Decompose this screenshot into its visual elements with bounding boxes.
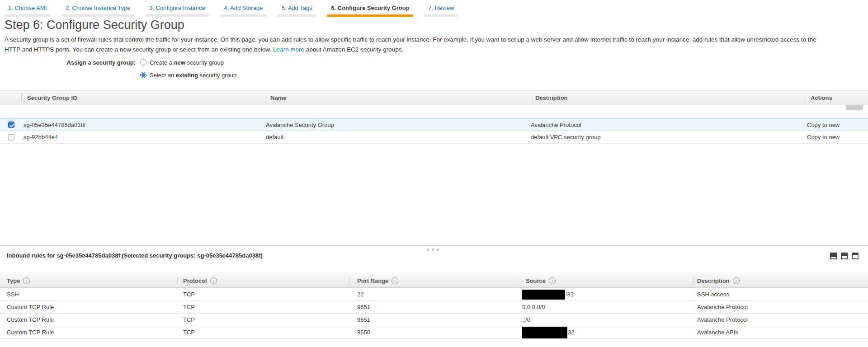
assign-row-select-existing: Select an existing security group [136, 70, 236, 80]
rule-protocol-cell: TCP [183, 314, 195, 326]
tab-add-tags[interactable]: 5. Add Tags [278, 0, 316, 17]
security-group-table-header: Security Group ID Name Description Actio… [0, 90, 868, 105]
info-icon[interactable]: i [733, 277, 740, 284]
inbound-rule-row: Custom TCP Rule TCP 9651 0.0.0.0/0 Avala… [0, 301, 868, 314]
rule-source-cell: /32 [522, 288, 574, 300]
radio-create-new-security-group[interactable]: Create a new security group [140, 59, 224, 66]
sg-name-cell: Avalanche Security Group [266, 119, 334, 131]
rule-port-cell: 9651 [357, 301, 370, 313]
info-icon[interactable]: i [23, 277, 30, 284]
sg-description-cell: Avalanche Protocol [531, 119, 581, 131]
rule-type-cell: Custom TCP Rule [7, 301, 54, 313]
col-header-security-group-id: Security Group ID [27, 91, 77, 105]
info-icon[interactable]: i [210, 277, 217, 284]
pane-collapse-icon[interactable] [830, 253, 837, 259]
rule-protocol-cell: TCP [183, 288, 195, 300]
rule-description-cell: Avalanche APIs [697, 326, 738, 338]
checkbox-checked-icon[interactable] [8, 122, 14, 128]
radio-select-existing-security-group[interactable]: Select an existing security group [140, 72, 236, 79]
rule-protocol-cell: TCP [183, 326, 195, 338]
col-header-type: Typei [7, 274, 30, 287]
col-header-protocol: Protocoli [183, 274, 217, 287]
description-line2: HTTP and HTTPS ports. You can create a n… [5, 46, 273, 53]
drag-dot-icon [432, 249, 434, 251]
sg-id-cell: sg-05e35e44785da038f [24, 119, 85, 131]
redaction-box [522, 290, 565, 300]
tab-choose-ami[interactable]: 1. Choose AMI [5, 0, 50, 17]
redaction-box [522, 327, 567, 338]
col-header-actions: Actions [811, 91, 832, 105]
drag-dot-icon [427, 249, 429, 251]
inbound-rule-row: Custom TCP Rule TCP 9650 32 Avalanche AP… [0, 326, 868, 339]
tab-configure-security-group[interactable]: 6. Configure Security Group [327, 0, 413, 17]
copy-to-new-link[interactable]: Copy to new [807, 119, 840, 131]
rule-type-cell: Custom TCP Rule [7, 314, 54, 326]
rule-description-cell: Avalanche Protocol [697, 314, 748, 326]
col-header-description: Description [535, 91, 568, 105]
sg-description-cell: default VPC security group [531, 131, 601, 143]
tab-choose-instance-type[interactable]: 2. Choose Instance Type [62, 0, 134, 17]
copy-to-new-link[interactable]: Copy to new [807, 131, 840, 143]
security-group-row-avalanche[interactable]: sg-05e35e44785da038f Avalanche Security … [0, 118, 868, 131]
sg-id-cell: sg-92bb44e4 [24, 131, 58, 143]
scrollbar-thumb[interactable] [846, 105, 863, 110]
learn-more-link[interactable]: Learn more [273, 46, 304, 53]
radio-select-existing-label: Select an existing security group [150, 72, 236, 79]
tab-add-storage[interactable]: 4. Add Storage [220, 0, 266, 17]
tab-configure-instance[interactable]: 3. Configure Instance [146, 0, 209, 17]
page-description: A security group is a set of firewall ru… [5, 35, 863, 55]
pane-expand-icon[interactable] [852, 253, 859, 259]
col-header-source: Sourcei [526, 274, 556, 287]
rule-source-cell: 32 [522, 326, 574, 338]
rule-source-cell: 0.0.0.0/0 [522, 301, 545, 313]
radio-checked-icon[interactable] [140, 72, 146, 78]
description-line1: A security group is a set of firewall ru… [5, 36, 816, 43]
security-group-row-default[interactable]: sg-92bb44e4 default default VPC security… [0, 131, 868, 144]
rule-description-cell: SSH access [697, 288, 729, 300]
wizard-steps-tabbar: 1. Choose AMI 2. Choose Instance Type 3.… [0, 0, 868, 17]
drag-handle[interactable] [427, 249, 439, 251]
ec2-launch-wizard-page: 1. Choose AMI 2. Choose Instance Type 3.… [0, 0, 868, 347]
inbound-rule-row: Custom TCP Rule TCP 9651 ::/0 Avalanche … [0, 314, 868, 326]
tab-review[interactable]: 7. Review [425, 0, 458, 17]
rule-port-cell: 9651 [357, 314, 370, 326]
radio-unchecked-icon[interactable] [140, 59, 146, 66]
inbound-rules-table-header: Typei Protocoli Port Rangei Sourcei Desc… [0, 274, 868, 288]
drag-dot-icon [437, 249, 439, 251]
rule-type-cell: Custom TCP Rule [7, 326, 54, 338]
description-line2-suffix: about Amazon EC2 security groups. [304, 46, 403, 53]
info-icon[interactable]: i [549, 277, 556, 284]
assign-security-group-label: Assign a security group: [0, 59, 136, 66]
checkbox-unchecked-icon[interactable] [8, 134, 14, 141]
col-header-name: Name [270, 91, 286, 105]
sg-name-cell: default [266, 131, 283, 143]
radio-create-new-label: Create a new security group [150, 59, 224, 66]
rule-type-cell: SSH [7, 288, 19, 300]
col-header-description: Descriptioni [697, 274, 740, 287]
col-header-port-range: Port Rangei [357, 274, 398, 287]
pane-half-icon[interactable] [841, 253, 848, 259]
inbound-rule-row: SSH TCP 22 /32 SSH access [0, 288, 868, 301]
section-divider [0, 245, 868, 246]
rule-port-cell: 22 [357, 288, 363, 300]
rule-source-cell: ::/0 [522, 314, 530, 326]
pane-view-toggles [830, 253, 859, 259]
rule-description-cell: Avalanche Protocol [697, 301, 748, 313]
rule-protocol-cell: TCP [183, 301, 195, 313]
info-icon[interactable]: i [392, 277, 398, 284]
rule-port-cell: 9650 [357, 326, 370, 338]
page-title: Step 6: Configure Security Group [5, 18, 184, 32]
assign-row-create-new: Assign a security group: Create a new se… [0, 57, 224, 67]
inbound-rules-title: Inbound rules for sg-05e35e44785da038f (… [7, 252, 263, 259]
